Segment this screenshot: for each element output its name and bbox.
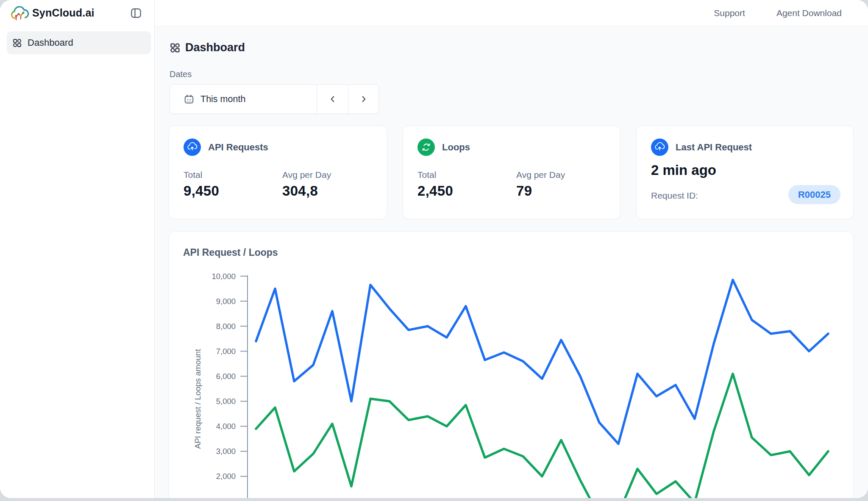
previous-period-button[interactable]: [317, 85, 348, 113]
dates-label: Dates: [170, 69, 192, 79]
agent-download-link[interactable]: Agent Download: [774, 8, 844, 19]
loops-icon: [417, 138, 435, 156]
panel-left-icon: [130, 7, 142, 19]
stat-card-title: Last API Request: [676, 142, 752, 153]
avg-per-day-value: 79: [516, 183, 532, 199]
page-title-grid-icon: [170, 42, 181, 55]
sidebar-item-label: Dashboard: [28, 37, 73, 48]
app-window: SynCloud.ai Dashboard Support A: [0, 0, 868, 498]
svg-text:7,000: 7,000: [216, 347, 236, 356]
sidebar: SynCloud.ai Dashboard: [0, 0, 155, 498]
dashboard-grid-icon: [12, 38, 22, 48]
svg-text:2,000: 2,000: [216, 472, 236, 481]
stat-card-title: API Requests: [208, 142, 268, 153]
date-filter-control: This month: [170, 84, 379, 114]
request-id-label: Request ID:: [651, 191, 698, 201]
total-label: Total: [417, 170, 436, 180]
svg-text:8,000: 8,000: [216, 322, 236, 331]
sidebar-logo-row: SynCloud.ai: [0, 0, 154, 27]
topbar: Support Agent Download: [155, 0, 868, 26]
avg-per-day-label: Avg per Day: [282, 170, 331, 180]
loops-card: Loops Total 2,450 Avg per Day 79: [403, 125, 620, 219]
chart-canvas: 10,0009,0008,0007,0006,0005,0004,0003,00…: [169, 232, 854, 498]
total-value: 2,450: [417, 183, 453, 199]
chart-card: API Request / Loops API request / Loops …: [169, 231, 854, 498]
total-label: Total: [184, 170, 202, 180]
total-value: 9,450: [184, 183, 219, 199]
svg-text:5,000: 5,000: [216, 397, 236, 406]
sidebar-item-dashboard[interactable]: Dashboard: [7, 31, 151, 54]
date-range-value: This month: [200, 94, 245, 105]
syncloud-logo-icon: [10, 5, 30, 22]
svg-text:6,000: 6,000: [216, 372, 236, 381]
page-title: Dashboard: [185, 41, 245, 54]
chevron-left-icon: [328, 94, 337, 104]
svg-text:4,000: 4,000: [216, 422, 236, 431]
cloud-upload-icon: [651, 138, 668, 156]
avg-per-day-value: 304,8: [282, 183, 318, 199]
calendar-icon: [184, 94, 195, 105]
svg-text:10,000: 10,000: [211, 272, 236, 281]
chevron-right-icon: [359, 94, 368, 104]
sidebar-collapse-button[interactable]: [129, 6, 143, 21]
date-range-button[interactable]: This month: [170, 85, 317, 113]
api-requests-card: API Requests Total 9,450 Avg per Day 304…: [169, 125, 387, 219]
avg-per-day-label: Avg per Day: [516, 170, 565, 180]
svg-text:3,000: 3,000: [216, 447, 236, 456]
next-period-button[interactable]: [348, 85, 378, 113]
svg-text:9,000: 9,000: [216, 297, 236, 306]
last-request-time: 2 min ago: [651, 162, 716, 178]
request-id-badge: R00025: [788, 185, 840, 204]
stat-card-title: Loops: [442, 142, 470, 153]
support-link[interactable]: Support: [711, 8, 748, 19]
cloud-upload-icon: [184, 138, 201, 156]
app-title: SynCloud.ai: [32, 7, 95, 19]
last-api-request-card: Last API Request 2 min ago Request ID: R…: [636, 125, 854, 219]
